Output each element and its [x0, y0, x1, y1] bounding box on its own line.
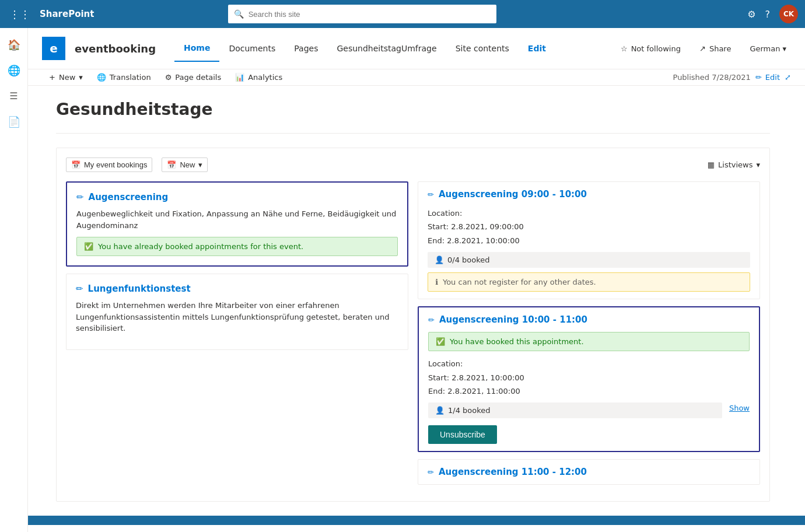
- event-card-title-2: ✏ Lungenfunktionstest: [76, 284, 398, 294]
- pencil-icon: ✏: [428, 468, 434, 477]
- widget-toolbar: 📅 My event bookings 📅 New ▾ ▦ Listviews …: [66, 158, 760, 172]
- not-following-button[interactable]: ☆ Not following: [616, 42, 685, 55]
- divider: [56, 133, 770, 134]
- event-booking-widget: 📅 My event bookings 📅 New ▾ ▦ Listviews …: [56, 148, 770, 502]
- booked-count-1000: 👤 1/4 booked: [428, 402, 722, 418]
- language-label: German: [750, 44, 780, 53]
- sidebar-home-icon[interactable]: 🏠: [2, 33, 26, 56]
- chevron-down-icon: ▾: [756, 160, 760, 169]
- nav-documents[interactable]: Documents: [219, 36, 285, 61]
- site-header: e eventbooking Home Documents Pages Gesu…: [28, 28, 805, 69]
- analytics-button[interactable]: 📊 Analytics: [228, 69, 289, 85]
- booked-count-row-1000: 👤 1/4 booked Show: [428, 398, 750, 418]
- plus-icon: +: [49, 73, 55, 82]
- event-card-desc: Augenbeweglichkeit und Fixation, Anpassu…: [76, 208, 398, 231]
- search-input[interactable]: [249, 10, 491, 19]
- top-navigation: ⋮⋮ SharePoint 🔍 ⚙ ? CK: [0, 0, 805, 28]
- left-sidebar: 🏠 🌐 ☰ 📄: [0, 28, 28, 532]
- waffle-icon[interactable]: ⋮⋮: [7, 6, 33, 23]
- page-details-button[interactable]: ⚙ Page details: [158, 69, 229, 85]
- nav-site-contents[interactable]: Site contents: [446, 36, 519, 61]
- people-icon: 👤: [435, 406, 444, 415]
- appointment-body-0900: Location: Start: 2.8.2021, 09:00:00 End:…: [418, 206, 760, 299]
- widget-new-button[interactable]: 📅 New ▾: [162, 158, 208, 172]
- main-layout: 🏠 🌐 ☰ 📄 e eventbooking Home Documents Pa…: [0, 28, 805, 532]
- not-following-label: Not following: [631, 44, 681, 53]
- appointment-header-1100: ✏ Augenscreening 11:00 - 12:00: [418, 460, 760, 484]
- calendar-icon: 📅: [71, 160, 80, 169]
- appointment-card-0900[interactable]: ✏ Augenscreening 09:00 - 10:00 Location:…: [418, 181, 760, 299]
- analytics-icon: 📊: [235, 73, 244, 82]
- pencil-icon: ✏: [755, 73, 762, 82]
- event-card-desc-2: Direkt im Unternehmen werden Ihre Mitarb…: [76, 300, 398, 334]
- unsubscribe-button[interactable]: Unsubscribe: [428, 425, 497, 444]
- translation-icon: 🌐: [97, 73, 106, 82]
- appointment-details-1000: Location: Start: 2.8.2021, 10:00:00 End:…: [428, 357, 750, 398]
- appointment-body-1000: ✅ You have booked this appointment. Loca…: [419, 332, 759, 451]
- event-list: ✏ Augenscreening Augenbeweglichkeit und …: [66, 181, 408, 492]
- share-button[interactable]: ↗ Share: [695, 42, 736, 55]
- event-card-augenscreening[interactable]: ✏ Augenscreening Augenbeweglichkeit und …: [66, 181, 408, 267]
- check-circle-icon: ✅: [84, 242, 93, 251]
- site-header-actions: ☆ Not following ↗ Share German ▾: [616, 42, 791, 55]
- toolbar-right: Published 7/28/2021 ✏ Edit ⤢: [673, 73, 791, 82]
- chevron-down-icon: ▾: [198, 160, 202, 169]
- site-title: eventbooking: [75, 43, 156, 55]
- info-icon: ℹ: [435, 278, 438, 286]
- language-selector[interactable]: German ▾: [745, 42, 791, 55]
- appointment-card-1000[interactable]: ✏ Augenscreening 10:00 - 11:00 ✅ You hav…: [418, 306, 760, 452]
- appointment-header-0900: ✏ Augenscreening 09:00 - 10:00: [418, 182, 760, 206]
- edit-button[interactable]: ✏ Edit: [755, 73, 780, 82]
- listviews-icon: ▦: [708, 160, 715, 169]
- help-icon[interactable]: ?: [765, 9, 770, 20]
- main-content-area: e eventbooking Home Documents Pages Gesu…: [28, 28, 805, 532]
- page-title: Gesundheitstage: [56, 100, 770, 119]
- event-layout: ✏ Augenscreening Augenbeweglichkeit und …: [66, 181, 760, 492]
- settings-icon[interactable]: ⚙: [747, 9, 755, 20]
- brand-name: SharePoint: [40, 9, 94, 19]
- appointment-details: Location: Start: 2.8.2021, 09:00:00 End:…: [428, 206, 750, 247]
- pencil-icon: ✏: [428, 316, 435, 324]
- pencil-icon-2: ✏: [76, 284, 83, 294]
- plus-calendar-icon: 📅: [167, 160, 176, 169]
- appointment-header-1000: ✏ Augenscreening 10:00 - 11:00: [419, 307, 759, 332]
- site-navigation: Home Documents Pages GesundheitstagUmfra…: [174, 35, 555, 62]
- site-footer: [28, 516, 805, 525]
- sidebar-globe-icon[interactable]: 🌐: [2, 58, 26, 82]
- nav-gesundheitstag[interactable]: GesundheitstagUmfrage: [327, 36, 446, 61]
- star-icon: ☆: [621, 44, 628, 53]
- booked-notice: ✅ You have already booked appointments f…: [76, 237, 398, 256]
- appointment-list: ✏ Augenscreening 09:00 - 10:00 Location:…: [418, 181, 760, 492]
- search-icon: 🔍: [234, 9, 244, 19]
- page-toolbar: + New ▾ 🌐 Translation ⚙ Page details 📊 A…: [28, 69, 805, 86]
- translation-button[interactable]: 🌐 Translation: [90, 69, 158, 85]
- pencil-icon: ✏: [428, 190, 434, 199]
- sidebar-list-icon[interactable]: ☰: [2, 84, 26, 107]
- top-nav-right: ⚙ ? CK: [747, 5, 798, 23]
- page-body: Gesundheitstage 📅 My event bookings 📅 Ne…: [28, 86, 798, 516]
- event-card-title: ✏ Augenscreening: [76, 192, 398, 202]
- expand-icon[interactable]: ⤢: [785, 73, 791, 82]
- event-card-lungenfunktionstest[interactable]: ✏ Lungenfunktionstest Direkt im Unterneh…: [66, 274, 408, 350]
- settings-gear-icon: ⚙: [165, 73, 172, 82]
- show-link[interactable]: Show: [729, 404, 750, 412]
- site-header-top: e eventbooking Home Documents Pages Gesu…: [42, 28, 791, 69]
- listviews-button[interactable]: ▦ Listviews ▾: [708, 160, 760, 169]
- my-event-bookings-button[interactable]: 📅 My event bookings: [66, 158, 152, 172]
- published-label: Published 7/28/2021: [673, 73, 751, 82]
- people-icon: 👤: [435, 256, 444, 264]
- new-button[interactable]: + New ▾: [42, 69, 90, 85]
- nav-edit[interactable]: Edit: [519, 36, 555, 61]
- chevron-down-icon: ▾: [79, 73, 83, 82]
- search-box[interactable]: 🔍: [228, 5, 496, 23]
- appointment-card-1100[interactable]: ✏ Augenscreening 11:00 - 12:00: [418, 459, 760, 485]
- share-icon: ↗: [699, 44, 706, 53]
- nav-pages[interactable]: Pages: [285, 36, 327, 61]
- avatar[interactable]: CK: [779, 5, 798, 23]
- nav-home[interactable]: Home: [174, 35, 219, 62]
- sidebar-doc-icon[interactable]: 📄: [2, 110, 26, 133]
- booked-count-0900: 👤 0/4 booked: [428, 252, 750, 268]
- site-logo[interactable]: e: [42, 37, 65, 60]
- check-circle-icon: ✅: [436, 337, 445, 346]
- warning-notice-0900: ℹ You can not register for any other dat…: [428, 272, 750, 292]
